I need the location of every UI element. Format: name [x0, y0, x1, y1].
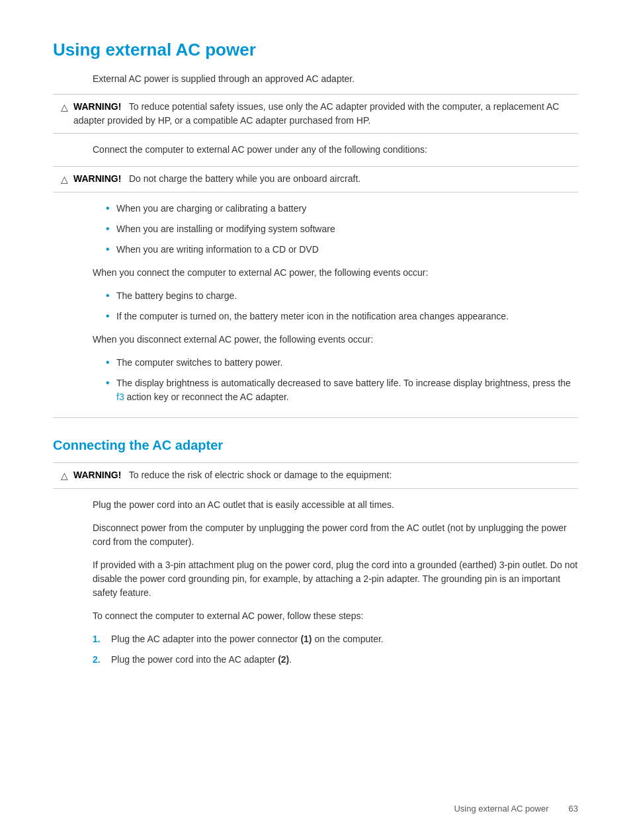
events-connect-intro: When you connect the computer to externa… [93, 266, 578, 280]
warning-text-2: Do not charge the battery while you are … [124, 173, 360, 184]
events-disconnect-intro: When you disconnect external AC power, t… [93, 333, 578, 347]
warning-box-2: △ WARNING! Do not charge the battery whi… [53, 166, 578, 192]
warning-content-1: WARNING! To reduce potential safety issu… [73, 100, 570, 128]
warning-label-3: WARNING! [73, 470, 121, 480]
intro-paragraph: External AC power is supplied through an… [93, 72, 578, 86]
warning-text-1: To reduce potential safety issues, use o… [73, 101, 559, 126]
list-item: When you are charging or calibrating a b… [106, 202, 578, 216]
warning-triangle-icon-2: △ [61, 173, 68, 187]
step-text-2: Plug the power cord into the AC adapter … [111, 653, 292, 667]
list-item: If the computer is turned on, the batter… [106, 310, 578, 323]
events-connect-list: The battery begins to charge. If the com… [106, 289, 578, 323]
steps-intro: To connect the computer to external AC p… [93, 609, 578, 623]
step-number-1: 1. [93, 632, 106, 646]
steps-list: 1. Plug the AC adapter into the power co… [93, 632, 578, 667]
list-item: When you are writing information to a CD… [106, 243, 578, 257]
list-item: The computer switches to battery power. [106, 356, 578, 370]
f3-link[interactable]: f3 [116, 392, 124, 402]
warning-triangle-icon-1: △ [61, 101, 68, 114]
list-item: The display brightness is automatically … [106, 376, 578, 404]
section-divider [53, 417, 578, 418]
page-container: Using external AC power External AC powe… [0, 0, 631, 729]
list-item: The battery begins to charge. [106, 289, 578, 303]
subsection-para2: Disconnect power from the computer by un… [93, 521, 578, 549]
warning-label-2: WARNING! [73, 173, 121, 184]
list-item: 1. Plug the AC adapter into the power co… [93, 632, 578, 646]
footer-page-number: 63 [569, 804, 578, 814]
warning-text-3: To reduce the risk of electric shock or … [124, 470, 392, 480]
warning-content-2: WARNING! Do not charge the battery while… [73, 172, 570, 186]
footer-section-label: Using external AC power [454, 804, 548, 814]
events-disconnect-list: The computer switches to battery power. … [106, 356, 578, 404]
warning-label-1: WARNING! [73, 101, 121, 112]
subsection-para1: Plug the power cord into an AC outlet th… [93, 498, 578, 512]
connect-intro-text: Connect the computer to external AC powe… [93, 143, 578, 157]
warning-box-3: △ WARNING! To reduce the risk of electri… [53, 462, 578, 489]
step-text-1: Plug the AC adapter into the power conne… [111, 632, 384, 646]
page-footer: Using external AC power 63 [454, 804, 578, 814]
warning-triangle-icon-3: △ [61, 469, 68, 483]
conditions-list: When you are charging or calibrating a b… [106, 202, 578, 257]
warning-content-3: WARNING! To reduce the risk of electric … [73, 468, 570, 482]
list-item: When you are installing or modifying sys… [106, 222, 578, 236]
list-item: 2. Plug the power cord into the AC adapt… [93, 653, 578, 667]
warning-box-1: △ WARNING! To reduce potential safety is… [53, 94, 578, 134]
main-heading: Using external AC power [53, 40, 578, 60]
step-number-2: 2. [93, 653, 106, 667]
subsection-heading: Connecting the AC adapter [53, 438, 578, 453]
subsection-para3: If provided with a 3-pin attachment plug… [93, 558, 578, 600]
